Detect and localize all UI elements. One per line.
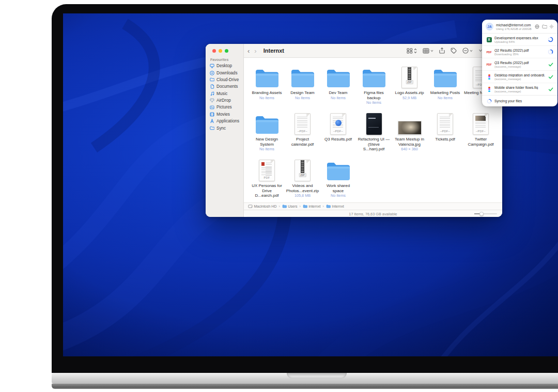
breadcrumb-item[interactable]: Macintosh HD <box>248 205 276 209</box>
file-item[interactable]: New Design System No items <box>249 111 285 158</box>
group-by-icon[interactable] <box>423 48 433 54</box>
sidebar-item-applications[interactable]: Applications <box>206 118 243 124</box>
folder-icon <box>433 65 458 88</box>
slider-knob[interactable] <box>479 212 484 216</box>
zoom-button[interactable] <box>225 49 228 53</box>
folder-icon[interactable] <box>542 24 547 29</box>
folder-icon <box>326 158 351 181</box>
sidebar-item-airdrop[interactable]: AirDrop <box>206 97 243 104</box>
folder-icon <box>290 65 315 88</box>
sidebar-item-sync[interactable]: Sync <box>206 124 243 131</box>
file-name: Dev Team <box>329 90 348 96</box>
sync-file-row[interactable]: PDF Q2 Results (2022).pdf Downloading 35… <box>482 46 557 58</box>
sidebar-item-label: Applications <box>216 119 239 123</box>
file-item[interactable]: ZIP Videos and Photos...event.zip 105,8 … <box>285 158 320 202</box>
pdf-file-icon: PDF <box>487 63 492 66</box>
file-icon: ZIP <box>295 158 311 181</box>
file-item[interactable]: Figma files backup No items <box>356 65 392 111</box>
close-button[interactable] <box>212 49 216 53</box>
status-bar: 17 items, 76,63 GB available <box>244 210 502 217</box>
breadcrumb-separator: › <box>322 205 323 208</box>
file-item[interactable]: –PDF– Tickets.pdf <box>427 111 463 158</box>
sync-file-list: X Development expenses.xlsx Uploading 64… <box>482 34 557 95</box>
item-count-summary: 17 items, 76,63 GB available <box>244 212 502 216</box>
sync-popup-header: JA michael@internxt.com Using 176,42GB o… <box>482 20 557 34</box>
file-subtitle: No items <box>295 96 310 100</box>
file-item[interactable]: Marketing Posts No items <box>427 65 463 111</box>
finder-sidebar: Favourites Desktop Downloads Cloud-Drive… <box>206 44 244 217</box>
desktop-stage: Favourites Desktop Downloads Cloud-Drive… <box>0 0 558 392</box>
icon-size-slider[interactable] <box>474 213 497 214</box>
desktop-icon <box>210 64 214 68</box>
sync-file-name: Mobile share folder flows.fig <box>494 86 545 89</box>
sync-file-status-text: (success_message) <box>494 65 545 68</box>
breadcrumb-item[interactable]: Internxt <box>326 205 344 209</box>
file-subtitle: No items <box>366 100 381 105</box>
file-item[interactable]: Work shared space No items <box>320 158 356 202</box>
folder-icon <box>303 205 307 209</box>
file-item[interactable]: Branding Assets No items <box>249 65 285 111</box>
file-subtitle: 640 × 360 <box>401 147 418 151</box>
path-breadcrumb[interactable]: Macintosh HD› Users› internxt› Internxt <box>244 202 502 210</box>
gear-icon[interactable] <box>549 24 554 29</box>
breadcrumb-item[interactable]: internxt <box>303 205 320 209</box>
file-item[interactable]: Team Meetup in Valencia.jpg 640 × 360 <box>392 111 427 158</box>
file-subtitle: No items <box>438 96 453 100</box>
sync-file-name: Q3 Results (2022).pdf <box>494 61 545 65</box>
file-item[interactable]: –PDF– Q3 Results.pdf <box>320 111 356 158</box>
sidebar-item-downloads[interactable]: Downloads <box>206 69 243 76</box>
file-item[interactable]: –PDF– Twitter Campaign.pdf <box>463 111 499 158</box>
sidebar-section-title: Favourites <box>210 58 243 61</box>
tag-icon[interactable] <box>451 48 457 54</box>
file-name: Logo Assets.zip <box>395 90 424 96</box>
file-subtitle: No items <box>331 96 346 100</box>
forward-button[interactable]: › <box>253 48 260 54</box>
window-controls <box>212 49 228 53</box>
sidebar-item-documents[interactable]: Documents <box>206 83 243 90</box>
file-icon: –PDF– <box>295 111 311 135</box>
file-subtitle: No items <box>259 96 274 100</box>
icon-view-grid-icon[interactable] <box>407 48 417 54</box>
sync-file-status-text: (success_message) <box>494 90 545 93</box>
file-item[interactable]: Dev Team No items <box>320 65 356 111</box>
folder-icon <box>362 65 386 88</box>
sidebar-item-pictures[interactable]: Pictures <box>206 104 243 111</box>
minimize-button[interactable] <box>219 49 222 53</box>
account-email: michael@internxt.com <box>496 23 532 27</box>
file-icon: –PDF– <box>437 111 453 135</box>
figma-file-icon <box>488 74 490 80</box>
file-name: New Design System <box>250 137 284 147</box>
sync-file-row[interactable]: Mobile share folder flows.fig (success_m… <box>482 83 557 95</box>
file-name: UX Personas for Drive D...earch.pdf <box>250 183 284 198</box>
action-menu-icon[interactable] <box>462 48 473 54</box>
share-icon[interactable] <box>439 48 445 54</box>
back-button[interactable]: ‹ <box>244 48 253 54</box>
folder-icon <box>326 205 331 209</box>
sync-file-row[interactable]: X Development expenses.xlsx Uploading 64… <box>482 34 557 46</box>
progress-ring-icon <box>548 37 553 42</box>
sidebar-item-desktop[interactable]: Desktop <box>206 62 243 69</box>
file-item[interactable]: Refactoring UI — (Steve S...han).pdf <box>356 111 392 158</box>
file-subtitle: No items <box>259 147 274 151</box>
laptop-base-edge <box>52 384 558 389</box>
sidebar-item-movies[interactable]: Movies <box>206 111 243 118</box>
file-item[interactable]: Design Team No items <box>285 65 320 111</box>
file-icon <box>366 111 382 135</box>
file-name: Refactoring UI — (Steve S...han).pdf <box>357 137 391 152</box>
sidebar-item-cloud-drive[interactable]: Cloud-Drive <box>206 76 243 83</box>
breadcrumb-item[interactable]: Users <box>282 205 298 209</box>
sidebar-item-music[interactable]: Music <box>206 90 243 97</box>
sync-file-row[interactable]: Desktop migration and onboardi... (succe… <box>482 71 557 83</box>
file-subtitle: 52,9 MB <box>402 96 416 100</box>
file-item[interactable]: PDF UX Personas for Drive D...earch.pdf <box>249 158 285 202</box>
file-name: Team Meetup in Valencia.jpg <box>393 137 427 147</box>
file-item[interactable]: –PDF– Project calendar.pdf <box>285 111 320 158</box>
breadcrumb-label: Users <box>288 205 297 208</box>
laptop-base <box>52 373 558 384</box>
sync-file-row[interactable]: PDF Q3 Results (2022).pdf (success_messa… <box>482 58 557 71</box>
figma-file-icon <box>488 87 490 92</box>
file-name: Branding Assets <box>252 90 282 96</box>
file-icon: ZIP <box>401 65 417 88</box>
file-item[interactable]: ZIP Logo Assets.zip 52,9 MB <box>392 65 427 111</box>
globe-icon[interactable] <box>535 24 539 29</box>
